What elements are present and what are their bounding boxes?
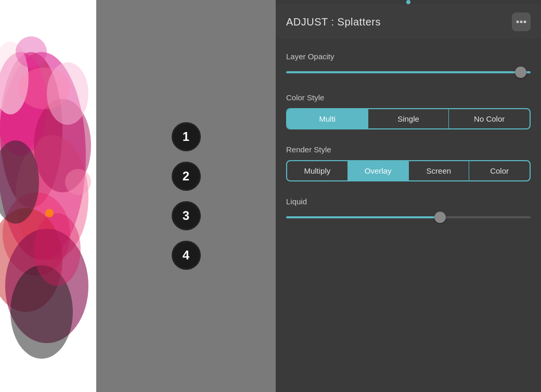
panel-top-dot: [406, 0, 410, 4]
render-style-overlay[interactable]: Overlay: [348, 161, 409, 180]
color-style-group: Multi Single No Color: [286, 108, 531, 129]
panel-title: ADJUST : Splatters: [286, 16, 381, 28]
liquid-slider[interactable]: [286, 212, 531, 223]
svg-point-13: [16, 36, 47, 68]
liquid-thumb[interactable]: [434, 212, 446, 223]
render-style-multiply[interactable]: Multiply: [287, 161, 348, 180]
layer-opacity-track: [286, 71, 531, 73]
svg-point-14: [65, 169, 91, 195]
render-style-label: Render Style: [286, 145, 531, 154]
canvas-white: [0, 0, 96, 392]
svg-point-18: [520, 21, 523, 23]
panel-header: ADJUST : Splatters: [276, 4, 541, 38]
layer-badge-2[interactable]: 2: [172, 162, 201, 191]
layer-badge-4[interactable]: 4: [172, 241, 201, 270]
canvas-area: 1 2 3 4: [0, 0, 276, 392]
render-style-group: Multiply Overlay Screen Color: [286, 160, 531, 181]
color-style-single[interactable]: Single: [368, 109, 449, 128]
panel-content: Layer Opacity Color Style Multi Single N…: [276, 38, 541, 392]
color-style-multi[interactable]: Multi: [287, 109, 368, 128]
layer-opacity-slider[interactable]: [286, 67, 531, 77]
liquid-track: [286, 216, 531, 218]
svg-point-15: [18, 68, 70, 109]
render-style-screen[interactable]: Screen: [409, 161, 470, 180]
layer-badge-1[interactable]: 1: [172, 122, 201, 151]
layer-badge-3[interactable]: 3: [172, 201, 201, 230]
panel-top-bar: [276, 0, 541, 4]
svg-point-19: [524, 21, 526, 23]
layer-opacity-section: Layer Opacity: [286, 49, 531, 90]
canvas-gray: 1 2 3 4: [96, 0, 276, 392]
render-style-section: Render Style Multiply Overlay Screen Col…: [286, 142, 531, 194]
liquid-label: Liquid: [286, 197, 531, 206]
color-style-nocolor[interactable]: No Color: [449, 109, 530, 128]
layer-opacity-label: Layer Opacity: [286, 52, 531, 61]
right-panel: ADJUST : Splatters Layer Opacity Color S…: [276, 0, 541, 392]
color-style-section: Color Style Multi Single No Color: [286, 90, 531, 142]
svg-point-17: [517, 21, 519, 23]
color-style-label: Color Style: [286, 93, 531, 102]
liquid-section: Liquid: [286, 194, 531, 235]
panel-icon-button[interactable]: [512, 12, 531, 31]
svg-point-12: [34, 213, 81, 286]
render-style-color[interactable]: Color: [469, 161, 530, 180]
svg-point-16: [45, 209, 54, 217]
layer-opacity-thumb[interactable]: [515, 67, 526, 78]
